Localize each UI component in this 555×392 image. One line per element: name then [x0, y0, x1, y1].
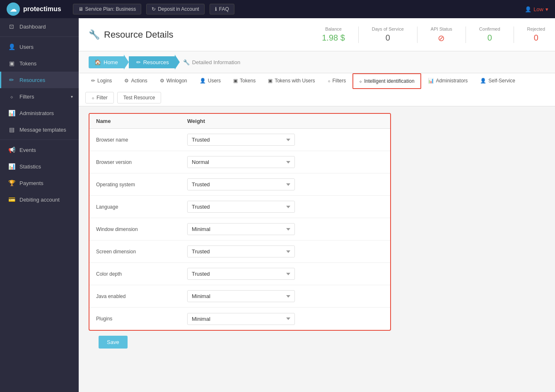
users-icon: 👤 [8, 43, 15, 50]
table-row: Browser name TrustedNormalMinimalDisable… [89, 129, 390, 151]
filters-icon: ⬦ [8, 93, 15, 100]
top-navbar: ☁ protectimus 🖥 Service Plan: Business ↻… [0, 0, 555, 18]
browser-name-select[interactable]: TrustedNormalMinimalDisabled [187, 134, 295, 146]
sub-nav-actions: ⬦ Filter Test Resource [85, 89, 161, 106]
table-header: Name Weight [89, 114, 390, 129]
save-area: Save [89, 331, 545, 354]
faq-button[interactable]: ℹ FAQ [210, 4, 234, 14]
tokens-tab-icon: ▣ [233, 78, 238, 84]
sidebar-item-resources[interactable]: ✏ Resources [0, 72, 79, 88]
breadcrumb-chevron-1 [124, 55, 129, 70]
col-weight-header: Weight [187, 118, 384, 124]
tab-users[interactable]: 👤 Users [194, 74, 227, 89]
table-row: Language TrustedNormalMinimalDisabled [89, 196, 390, 218]
intelligent-tab-icon: ⬦ [359, 78, 362, 84]
stat-balance: Balance 1.98 $ [322, 26, 345, 43]
header-stats: Balance 1.98 $ Days of Service 0 API Sta… [322, 26, 545, 43]
tab-actions[interactable]: ⚙ Actions [118, 74, 153, 89]
tab-self-service[interactable]: 👤 Self-Service [474, 74, 521, 89]
sidebar-item-users[interactable]: 👤 Users [0, 38, 79, 55]
page-header: 🔧 Resource Details Balance 1.98 $ Days o… [79, 18, 555, 51]
breadcrumb-chevron-2 [175, 55, 180, 70]
table-row: Java enabled TrustedNormalMinimalDisable… [89, 285, 390, 308]
tab-intelligent-identification[interactable]: ⬦ Intelligent identification [352, 73, 421, 89]
plugins-select[interactable]: TrustedNormalMinimalDisabled [187, 313, 295, 325]
debiting-account-icon: 💳 [8, 196, 15, 203]
events-icon: 📢 [8, 147, 15, 153]
table-row: Color depth TrustedNormalMinimalDisabled [89, 263, 390, 285]
service-plan-button[interactable]: 🖥 Service Plan: Business [73, 4, 142, 14]
breadcrumb-detail[interactable]: 🔧 Detailed Information [180, 56, 246, 68]
logo: ☁ protectimus [7, 2, 61, 16]
breadcrumb-resources[interactable]: ✏ Resources [129, 56, 175, 68]
page-title-area: 🔧 Resource Details [89, 29, 322, 40]
test-resource-button[interactable]: Test Resource [117, 92, 162, 103]
table-row: Window dimension TrustedNormalMinimalDis… [89, 218, 390, 240]
table-row: Screen dimension TrustedNormalMinimalDis… [89, 240, 390, 263]
row-weight-plugins: TrustedNormalMinimalDisabled [187, 313, 384, 325]
row-weight-screen-dimension: TrustedNormalMinimalDisabled [187, 245, 384, 257]
tab-administrators[interactable]: 📊 Administrators [422, 74, 474, 89]
save-button[interactable]: Save [99, 336, 128, 349]
tab-winlogon[interactable]: ⚙ Winlogon [154, 74, 193, 89]
winlogon-tab-icon: ⚙ [160, 78, 164, 84]
row-weight-browser-name: TrustedNormalMinimalDisabled [187, 134, 384, 146]
resources-icon: ✏ [8, 77, 15, 83]
resources-bc-icon: ✏ [136, 59, 141, 65]
sidebar-item-events[interactable]: 📢 Events [0, 142, 79, 158]
page-title-icon: 🔧 [89, 29, 100, 40]
screen-dimension-select[interactable]: TrustedNormalMinimalDisabled [187, 245, 295, 257]
filters-tab-icon: ⬦ [328, 78, 331, 84]
user-menu[interactable]: 👤 Low ▾ [525, 6, 548, 12]
user-icon: 👤 [525, 6, 531, 12]
identification-table: Name Weight Browser name TrustedNormalMi… [89, 113, 391, 331]
operating-system-select[interactable]: TrustedNormalMinimalDisabled [187, 178, 295, 190]
sidebar-item-payments[interactable]: 🏆 Payments [0, 175, 79, 191]
row-label-color-depth: Color depth [96, 271, 187, 277]
tab-filters[interactable]: ⬦ Filters [322, 74, 352, 89]
sidebar-item-tokens[interactable]: ▣ Tokens [0, 55, 79, 72]
stat-api-status: API Status ⊘ [431, 26, 452, 43]
row-weight-operating-system: TrustedNormalMinimalDisabled [187, 178, 384, 190]
logo-text: protectimus [23, 5, 61, 13]
language-select[interactable]: TrustedNormalMinimalDisabled [187, 201, 295, 213]
row-weight-java-enabled: TrustedNormalMinimalDisabled [187, 290, 384, 302]
stat-confirmed: Confirmed 0 [479, 26, 500, 43]
row-label-browser-name: Browser name [96, 137, 187, 143]
row-label-operating-system: Operating system [96, 182, 187, 188]
tab-tokens-with-users[interactable]: ▣ Tokens with Users [262, 74, 321, 89]
stat-days-service: Days of Service 0 [372, 26, 404, 43]
sidebar-item-administrators[interactable]: 📊 Administrators [0, 105, 79, 121]
sidebar-item-dashboard[interactable]: ⊡ Dashboard [0, 18, 79, 35]
tab-logins[interactable]: ✏ Logins [85, 74, 118, 89]
window-dimension-select[interactable]: TrustedNormalMinimalDisabled [187, 223, 295, 235]
breadcrumb-bar: 🏠 Home ✏ Resources 🔧 Detailed Informatio… [79, 51, 555, 73]
self-service-tab-icon: 👤 [480, 78, 486, 84]
table-row: Browser version TrustedNormalMinimalDisa… [89, 151, 390, 173]
detail-bc-icon: 🔧 [183, 59, 190, 65]
color-depth-select[interactable]: TrustedNormalMinimalDisabled [187, 268, 295, 280]
page-title: Resource Details [104, 29, 174, 40]
user-dropdown-icon: ▾ [545, 6, 548, 12]
sidebar-item-statistics[interactable]: 📊 Statistics [0, 158, 79, 175]
tab-tokens[interactable]: ▣ Tokens [227, 74, 261, 89]
browser-version-select[interactable]: TrustedNormalMinimalDisabled [187, 156, 295, 168]
sidebar: ⊡ Dashboard 👤 Users ▣ Tokens ✏ Resources… [0, 18, 79, 392]
sidebar-item-filters[interactable]: ⬦ Filters [0, 88, 79, 105]
faq-icon: ℹ [215, 6, 217, 12]
administrators-tab-icon: 📊 [428, 78, 434, 84]
statistics-icon: 📊 [8, 163, 15, 170]
java-enabled-select[interactable]: TrustedNormalMinimalDisabled [187, 290, 295, 302]
service-plan-icon: 🖥 [78, 6, 83, 12]
deposit-button[interactable]: ↻ Deposit in Account [146, 4, 204, 14]
sidebar-item-message-templates[interactable]: ▤ Message templates [0, 121, 79, 138]
breadcrumb-home[interactable]: 🏠 Home [89, 56, 124, 68]
logins-tab-icon: ✏ [91, 78, 95, 84]
row-weight-browser-version: TrustedNormalMinimalDisabled [187, 156, 384, 168]
row-weight-window-dimension: TrustedNormalMinimalDisabled [187, 223, 384, 235]
sidebar-item-debiting-account[interactable]: 💳 Debiting account [0, 191, 79, 208]
filter-button[interactable]: ⬦ Filter [85, 92, 114, 103]
row-label-plugins: Plugins [96, 316, 187, 322]
tokens-users-tab-icon: ▣ [268, 78, 273, 84]
table-container: Name Weight Browser name TrustedNormalMi… [79, 106, 555, 360]
